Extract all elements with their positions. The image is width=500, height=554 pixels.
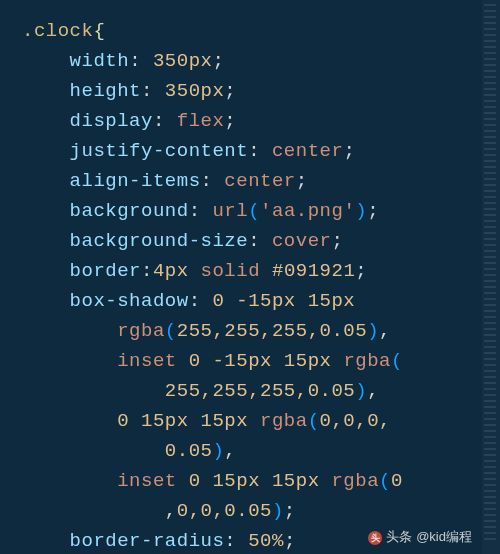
- css-prop: justify-content: [70, 140, 249, 162]
- open-brace: {: [93, 20, 105, 42]
- css-prop: display: [70, 110, 153, 132]
- css-prop: height: [70, 80, 141, 102]
- css-prop: background: [70, 200, 189, 222]
- watermark-label: 头条: [386, 527, 412, 548]
- css-prop: width: [70, 50, 130, 72]
- css-selector: .clock: [22, 20, 93, 42]
- css-prop: border: [70, 260, 141, 282]
- watermark-author: @kid编程: [416, 527, 472, 548]
- minimap[interactable]: [482, 0, 500, 554]
- code-editor: .clock{ width: 350px; height: 350px; dis…: [0, 0, 500, 554]
- css-prop: background-size: [70, 230, 249, 252]
- logo-icon: 头: [368, 531, 382, 545]
- css-prop: align-items: [70, 170, 201, 192]
- css-prop: border-radius: [70, 530, 225, 552]
- watermark: 头 头条 @kid编程: [368, 527, 472, 548]
- css-prop: box-shadow: [70, 290, 189, 312]
